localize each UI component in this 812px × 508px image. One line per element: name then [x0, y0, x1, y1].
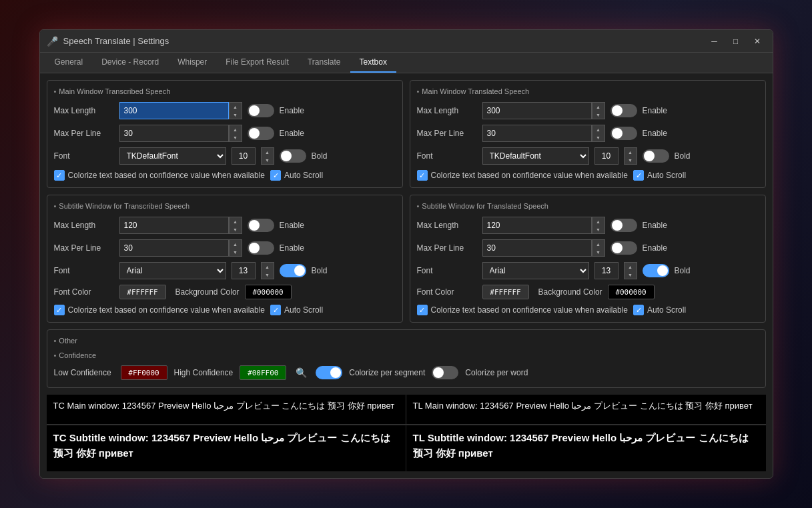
- sub-tl-maxlength-input[interactable]: [482, 217, 592, 234]
- sub-tl-maxperline-input[interactable]: [482, 239, 592, 257]
- sub-tl-maxperline-toggle[interactable]: [611, 241, 637, 255]
- main-tl-maxperline-row: Max Per Line ▲ ▼ Enable: [417, 125, 759, 142]
- sub-tl-font-select[interactable]: Arial: [482, 262, 589, 279]
- main-tl-maxperline-input[interactable]: [482, 125, 592, 142]
- main-tc-maxlength-toggle[interactable]: [248, 104, 274, 117]
- main-tc-maxlength-up[interactable]: ▲: [230, 103, 242, 111]
- main-tl-maxlength-down[interactable]: ▼: [592, 111, 604, 119]
- sub-tl-font-size-up[interactable]: ▲: [625, 263, 637, 271]
- sub-tl-font-size[interactable]: [594, 262, 619, 279]
- sub-tl-maxperline-spinner[interactable]: ▲ ▼: [592, 239, 605, 257]
- sub-tl-bgcolor-box[interactable]: #000000: [608, 285, 655, 299]
- sub-tl-bold-toggle[interactable]: [643, 264, 669, 277]
- tab-textbox[interactable]: Textbox: [350, 53, 396, 73]
- color-search-button[interactable]: 🔍: [293, 365, 309, 381]
- main-tc-bold-toggle[interactable]: [280, 149, 306, 163]
- main-tc-font-size-up[interactable]: ▲: [262, 148, 274, 156]
- main-tl-maxlength-up[interactable]: ▲: [592, 103, 604, 111]
- maximize-button[interactable]: □: [727, 35, 745, 48]
- tab-whisper[interactable]: Whisper: [168, 53, 216, 73]
- sub-tc-maxperline-down[interactable]: ▼: [230, 248, 242, 256]
- sub-tc-font-size-up[interactable]: ▲: [262, 263, 274, 271]
- tab-general[interactable]: General: [45, 53, 93, 73]
- sub-tc-maxperline-up[interactable]: ▲: [230, 240, 242, 248]
- main-tc-font-size-spinner[interactable]: ▲ ▼: [261, 147, 274, 165]
- main-tl-font-size-spinner[interactable]: ▲ ▼: [624, 147, 637, 165]
- main-tl-bold-toggle[interactable]: [643, 149, 669, 163]
- sub-tc-maxperline-toggle[interactable]: [248, 241, 274, 255]
- main-tc-maxperline-down[interactable]: ▼: [230, 133, 242, 141]
- main-tc-maxperline-up[interactable]: ▲: [230, 125, 242, 133]
- subtitle-sections: Subtitle Window for Transcribed Speech M…: [47, 195, 766, 323]
- close-button[interactable]: ✕: [749, 35, 766, 48]
- main-tl-font-row: Font TKDefaultFont ▲ ▼ Bold: [417, 147, 759, 165]
- high-confidence-color[interactable]: #00FF00: [240, 365, 286, 380]
- sub-tl-autoscroll-checkbox[interactable]: [633, 305, 644, 315]
- sub-tc-maxlength-down[interactable]: ▼: [230, 225, 242, 233]
- sub-tc-maxlength-input[interactable]: [119, 217, 229, 234]
- sub-tc-fontcolor-box[interactable]: #FFFFFF: [119, 285, 166, 299]
- sub-tc-maxperline-label: Max Per Line: [54, 243, 114, 253]
- main-tl-font-select[interactable]: TKDefaultFont: [482, 147, 589, 165]
- main-tc-maxperline-spinner[interactable]: ▲ ▼: [229, 125, 242, 142]
- sub-tc-maxperline-spinner[interactable]: ▲ ▼: [229, 239, 242, 257]
- main-tc-font-size[interactable]: [232, 147, 256, 165]
- main-tc-maxlength-enable-label: Enable: [280, 106, 304, 115]
- minimize-button[interactable]: ─: [706, 35, 723, 48]
- main-tl-font-size[interactable]: [594, 147, 619, 165]
- main-tc-maxperline-toggle[interactable]: [248, 127, 274, 140]
- main-tc-font-select[interactable]: TKDefaultFont: [119, 147, 226, 165]
- sub-tl-fontcolor-box[interactable]: #FFFFFF: [482, 285, 529, 299]
- sub-tl-maxperline-down[interactable]: ▼: [592, 248, 604, 256]
- colorize-per-word-toggle[interactable]: [432, 366, 458, 379]
- main-tl-autoscroll-checkbox[interactable]: [633, 170, 644, 181]
- main-tl-maxperline-up[interactable]: ▲: [592, 125, 604, 133]
- main-tl-maxlength-toggle[interactable]: [611, 104, 637, 117]
- sub-tc-maxperline-input[interactable]: [119, 239, 229, 257]
- sub-tc-font-size[interactable]: [232, 262, 256, 279]
- sub-tl-colorize-checkbox[interactable]: [417, 305, 428, 315]
- main-tc-autoscroll-checkbox[interactable]: [270, 170, 281, 181]
- sub-tl-maxperline-up[interactable]: ▲: [592, 240, 604, 248]
- main-tl-maxperline-toggle[interactable]: [611, 127, 637, 140]
- sub-tl-maxlength-toggle[interactable]: [611, 219, 637, 232]
- low-confidence-color[interactable]: #FF0000: [121, 365, 167, 380]
- sub-tc-autoscroll-wrapper: Auto Scroll: [270, 305, 323, 315]
- sub-tc-autoscroll-checkbox[interactable]: [270, 305, 281, 315]
- sub-tc-maxlength-up[interactable]: ▲: [230, 217, 242, 225]
- sub-tc-font-size-down[interactable]: ▼: [262, 271, 274, 279]
- confidence-row: Low Confidence #FF0000 High Confidence #…: [54, 365, 759, 381]
- sub-tc-bgcolor-box[interactable]: #000000: [245, 285, 292, 299]
- sub-tl-maxlength-down[interactable]: ▼: [592, 225, 604, 233]
- tab-device-record[interactable]: Device - Record: [92, 53, 168, 73]
- sub-tc-maxlength-spinner[interactable]: ▲ ▼: [229, 217, 242, 234]
- main-tl-maxlength-spinner[interactable]: ▲ ▼: [592, 102, 605, 119]
- sub-tc-font-select[interactable]: Arial: [119, 262, 226, 279]
- main-tl-maxlength-input[interactable]: [482, 102, 592, 119]
- main-tc-font-size-down[interactable]: ▼: [262, 156, 274, 164]
- main-tl-font-size-down[interactable]: ▼: [625, 156, 637, 164]
- sub-tl-maxlength-spinner[interactable]: ▲ ▼: [592, 217, 605, 234]
- main-tc-maxlength-input[interactable]: [119, 102, 229, 119]
- tab-file-export[interactable]: File Export Result: [216, 53, 298, 73]
- main-tl-font-size-up[interactable]: ▲: [625, 148, 637, 156]
- tab-translate[interactable]: Translate: [298, 53, 350, 73]
- sub-tl-maxperline-wrapper: ▲ ▼: [482, 239, 605, 257]
- colorize-per-segment-toggle[interactable]: [316, 366, 342, 379]
- sub-tc-maxlength-toggle[interactable]: [248, 219, 274, 232]
- main-tc-colorize-checkbox[interactable]: [54, 170, 65, 181]
- sub-tc-maxperline-row: Max Per Line ▲ ▼ Enable: [54, 239, 396, 257]
- main-tl-maxperline-down[interactable]: ▼: [592, 133, 604, 141]
- main-tl-maxlength-row: Max Length ▲ ▼ Enable: [417, 102, 759, 119]
- sub-tc-colorize-checkbox[interactable]: [54, 305, 65, 315]
- main-tc-maxlength-spinner[interactable]: ▲ ▼: [229, 102, 242, 119]
- sub-tl-maxlength-up[interactable]: ▲: [592, 217, 604, 225]
- sub-tc-bold-toggle[interactable]: [280, 264, 306, 277]
- main-tc-maxlength-down[interactable]: ▼: [230, 111, 242, 119]
- main-tc-maxperline-input[interactable]: [119, 125, 229, 142]
- sub-tc-font-size-spinner[interactable]: ▲ ▼: [261, 262, 274, 279]
- main-tl-maxperline-spinner[interactable]: ▲ ▼: [592, 125, 605, 142]
- sub-tl-font-size-down[interactable]: ▼: [625, 271, 637, 279]
- main-tl-colorize-checkbox[interactable]: [417, 170, 428, 181]
- sub-tl-font-size-spinner[interactable]: ▲ ▼: [624, 262, 637, 279]
